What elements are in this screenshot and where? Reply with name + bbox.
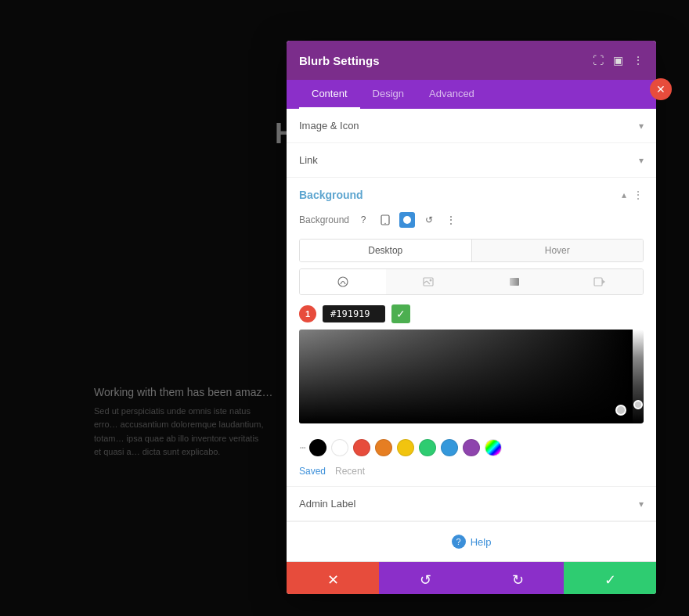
panel-header: Blurb Settings ⛶ ▣ ⋮ bbox=[287, 41, 656, 80]
svg-point-1 bbox=[384, 223, 385, 224]
chevron-down-icon: ▾ bbox=[639, 155, 644, 166]
panel-tabs: Content Design Advanced bbox=[287, 80, 656, 109]
swatch-purple[interactable] bbox=[463, 439, 480, 456]
swatch-blue[interactable] bbox=[441, 439, 458, 456]
svg-point-7 bbox=[430, 279, 432, 282]
help-label[interactable]: Help bbox=[471, 536, 492, 548]
video-type-tab[interactable] bbox=[557, 269, 644, 294]
panel-title: Blurb Settings bbox=[299, 54, 380, 67]
color-picker-area: 1 ✓ bbox=[299, 304, 644, 423]
cancel-button[interactable]: ✕ bbox=[287, 562, 379, 594]
background-header-right: ▴ ⋮ bbox=[622, 189, 644, 201]
swatch-custom[interactable] bbox=[485, 439, 502, 456]
more-swatches-icon[interactable]: ··· bbox=[299, 441, 305, 455]
tab-content[interactable]: Content bbox=[299, 80, 360, 109]
undo-button[interactable]: ↺ bbox=[379, 562, 471, 594]
color-canvas[interactable] bbox=[299, 330, 644, 423]
admin-label-section[interactable]: Admin Label ▾ bbox=[287, 486, 656, 521]
bg-controls-row: Background ? ↺ ⋮ bbox=[287, 209, 656, 236]
layout-icon[interactable]: ▣ bbox=[613, 54, 623, 67]
help-question-icon[interactable]: ? bbox=[355, 212, 371, 228]
tab-advanced[interactable]: Advanced bbox=[417, 80, 487, 109]
more-options-icon[interactable]: ⋮ bbox=[633, 189, 644, 201]
hover-tab[interactable]: Hover bbox=[472, 240, 644, 261]
color-input-row: 1 ✓ bbox=[299, 304, 644, 323]
swatch-black[interactable] bbox=[309, 439, 326, 456]
color-type-tab[interactable] bbox=[300, 269, 386, 294]
color-badge: 1 bbox=[299, 305, 316, 322]
chevron-down-icon: ▾ bbox=[639, 499, 644, 510]
color-hex-input[interactable] bbox=[323, 305, 385, 322]
more-bg-options-icon[interactable]: ⋮ bbox=[443, 212, 459, 228]
chevron-up-icon[interactable]: ▴ bbox=[622, 189, 626, 200]
svg-rect-9 bbox=[594, 278, 602, 286]
swatch-orange[interactable] bbox=[375, 439, 392, 456]
svg-line-6 bbox=[427, 281, 430, 284]
image-icon-section[interactable]: Image & Icon ▾ bbox=[287, 109, 656, 143]
help-row: ? Help bbox=[287, 521, 656, 561]
bg-field-label: Background bbox=[299, 214, 349, 225]
link-label: Link bbox=[299, 154, 318, 166]
link-section[interactable]: Link ▾ bbox=[287, 143, 656, 178]
swatch-white[interactable] bbox=[331, 439, 348, 456]
more-icon[interactable]: ⋮ bbox=[633, 54, 644, 67]
brightness-handle[interactable] bbox=[633, 400, 643, 409]
expand-icon[interactable]: ⛶ bbox=[593, 54, 604, 67]
background-title: Background bbox=[299, 189, 363, 201]
device-icon[interactable] bbox=[377, 212, 393, 228]
panel-body: Image & Icon ▾ Link ▾ Background ▴ ⋮ Bac… bbox=[287, 109, 656, 594]
brightness-slider[interactable] bbox=[633, 330, 644, 423]
saved-recent-tabs: Saved Recent bbox=[287, 463, 656, 486]
svg-rect-8 bbox=[510, 278, 519, 286]
background-section: Background ▴ ⋮ Background ? bbox=[287, 178, 656, 486]
color-fill-icon[interactable] bbox=[399, 212, 415, 228]
background-header: Background ▴ ⋮ bbox=[287, 178, 656, 209]
close-button[interactable]: ✕ bbox=[650, 78, 672, 100]
tab-design[interactable]: Design bbox=[360, 80, 417, 109]
admin-label: Admin Label bbox=[299, 498, 355, 510]
view-tabs: Desktop Hover bbox=[299, 239, 644, 262]
picker-handle[interactable] bbox=[615, 405, 626, 416]
settings-panel: Blurb Settings ⛶ ▣ ⋮ Content Design Adva… bbox=[287, 41, 656, 594]
chevron-down-icon: ▾ bbox=[639, 121, 644, 131]
image-icon-label: Image & Icon bbox=[299, 120, 359, 131]
desktop-tab[interactable]: Desktop bbox=[300, 240, 472, 261]
svg-marker-10 bbox=[602, 279, 605, 284]
color-confirm-button[interactable]: ✓ bbox=[391, 304, 410, 323]
type-tabs bbox=[299, 268, 644, 295]
swatch-green[interactable] bbox=[419, 439, 436, 456]
recent-tab[interactable]: Recent bbox=[335, 466, 365, 477]
swatch-red[interactable] bbox=[353, 439, 370, 456]
confirm-button[interactable]: ✓ bbox=[564, 562, 656, 594]
reset-icon[interactable]: ↺ bbox=[421, 212, 437, 228]
header-icons: ⛶ ▣ ⋮ bbox=[593, 54, 644, 67]
saved-tab[interactable]: Saved bbox=[299, 466, 326, 477]
help-icon: ? bbox=[452, 535, 466, 549]
gradient-type-tab[interactable] bbox=[471, 269, 557, 294]
swatch-yellow[interactable] bbox=[397, 439, 414, 456]
action-bar: ✕ ↺ ↻ ✓ bbox=[287, 561, 656, 594]
swatches-row: ··· bbox=[287, 433, 656, 463]
image-type-tab[interactable] bbox=[386, 269, 472, 294]
redo-button[interactable]: ↻ bbox=[471, 562, 564, 594]
